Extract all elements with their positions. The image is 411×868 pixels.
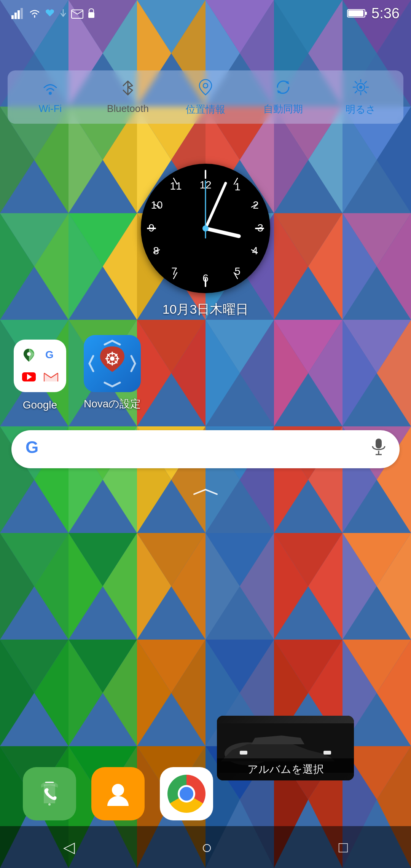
google-sub-icon: G <box>41 345 61 364</box>
mic-icon[interactable] <box>371 438 386 461</box>
svg-text:10: 10 <box>151 199 162 211</box>
clock-widget: 12 1 2 3 4 5 6 7 8 9 10 11 10月3日木曜日 <box>141 164 270 318</box>
qs-brightness-label: 明るさ <box>346 103 376 116</box>
svg-point-154 <box>49 92 52 95</box>
nova-settings-label: Novaの設定 <box>84 397 141 411</box>
svg-text:G: G <box>25 438 38 456</box>
svg-rect-153 <box>348 10 363 16</box>
svg-text:G: G <box>45 349 54 361</box>
brightness-qs-icon: A <box>352 78 370 99</box>
app-icons-row: G <box>11 335 141 411</box>
wifi-icon <box>28 8 41 19</box>
qs-wifi[interactable]: Wi-Fi <box>11 80 89 115</box>
qs-bluetooth[interactable]: Bluetooth <box>89 80 167 115</box>
svg-rect-215 <box>376 439 382 448</box>
svg-text:A: A <box>360 85 362 89</box>
search-bar[interactable]: G <box>11 430 400 468</box>
svg-rect-146 <box>14 13 17 19</box>
svg-text:5: 5 <box>234 265 241 277</box>
contacts-dock-icon[interactable] <box>91 767 145 820</box>
chrome-dock-icon[interactable] <box>160 767 213 820</box>
quick-settings-panel: Wi-Fi Bluetooth 位置情報 自動同期 <box>8 70 403 124</box>
google-folder-icon[interactable]: G <box>11 337 68 411</box>
qs-wifi-label: Wi-Fi <box>39 103 62 115</box>
nav-back-button[interactable]: ◁ <box>63 838 75 856</box>
svg-point-218 <box>48 803 51 806</box>
youtube-sub-icon <box>19 367 38 386</box>
svg-text:9: 9 <box>148 222 155 234</box>
svg-text:8: 8 <box>153 245 159 257</box>
mail-icon <box>71 8 84 19</box>
svg-line-165 <box>365 91 366 93</box>
analog-clock: 12 1 2 3 4 5 6 7 8 9 10 11 <box>141 164 270 293</box>
svg-text:1: 1 <box>234 181 241 193</box>
nova-icon-bg <box>84 335 141 392</box>
battery-icon <box>347 8 368 19</box>
drawer-handle[interactable] <box>190 485 221 501</box>
svg-point-197 <box>202 225 209 231</box>
dock: アルバムを選択 <box>0 761 411 826</box>
qs-sync-label: 自動同期 <box>263 102 303 116</box>
signal-icon <box>11 8 25 19</box>
qs-sync[interactable]: 自動同期 <box>244 78 322 116</box>
qs-brightness[interactable]: A 明るさ <box>322 78 400 116</box>
svg-text:4: 4 <box>252 245 258 257</box>
nova-settings-icon[interactable]: Novaの設定 <box>84 335 141 411</box>
album-toast[interactable]: アルバムを選択 <box>217 716 354 780</box>
svg-line-164 <box>355 81 357 83</box>
wifi-qs-icon <box>41 80 59 99</box>
svg-point-205 <box>110 356 115 361</box>
qs-location[interactable]: 位置情報 <box>167 78 244 116</box>
svg-text:3: 3 <box>257 222 263 234</box>
svg-rect-150 <box>88 13 94 18</box>
svg-rect-152 <box>365 12 367 15</box>
svg-point-198 <box>27 352 31 356</box>
phone-dock-icon[interactable] <box>23 767 76 820</box>
svg-rect-224 <box>240 751 247 755</box>
status-bar: 5:36 <box>0 0 411 27</box>
location-qs-icon <box>197 78 214 99</box>
nav-home-button[interactable]: ○ <box>201 837 212 858</box>
status-time: 5:36 <box>371 5 400 22</box>
google-folder-grid: G <box>14 340 66 392</box>
data-down-icon <box>59 8 68 19</box>
nav-bar: ◁ ○ □ <box>0 826 411 868</box>
svg-rect-147 <box>18 10 20 19</box>
gmail-sub-icon <box>41 367 61 386</box>
svg-line-167 <box>355 91 357 93</box>
svg-point-219 <box>112 784 124 796</box>
sync-qs-icon <box>274 78 292 99</box>
bluetooth-qs-icon <box>120 80 135 99</box>
svg-text:2: 2 <box>253 199 259 211</box>
svg-text:11: 11 <box>170 180 182 192</box>
qs-location-label: 位置情報 <box>186 103 225 116</box>
google-folder-label: Google <box>23 399 57 411</box>
qs-bluetooth-label: Bluetooth <box>107 103 149 115</box>
nav-recents-button[interactable]: □ <box>339 839 348 856</box>
album-label: アルバムを選択 <box>217 758 354 780</box>
status-right: 5:36 <box>347 5 400 22</box>
svg-text:7: 7 <box>171 265 177 277</box>
svg-rect-223 <box>323 751 331 755</box>
notification-icon-1 <box>44 8 56 19</box>
clock-date: 10月3日木曜日 <box>162 301 249 318</box>
svg-text:6: 6 <box>202 272 209 284</box>
svg-line-166 <box>365 81 366 83</box>
svg-rect-148 <box>21 8 23 19</box>
maps-sub-icon <box>19 345 38 364</box>
status-icons-left <box>11 8 96 19</box>
lock-icon <box>87 8 96 19</box>
svg-point-155 <box>203 83 208 88</box>
google-logo: G <box>25 437 45 461</box>
svg-rect-145 <box>11 15 14 19</box>
